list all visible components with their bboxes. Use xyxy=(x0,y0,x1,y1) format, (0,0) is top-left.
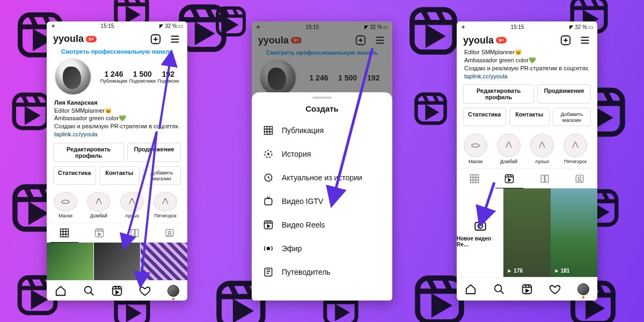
create-button[interactable] xyxy=(150,33,162,45)
username[interactable]: yyoula9+ xyxy=(463,35,507,46)
stats-button[interactable]: Статистика xyxy=(53,166,96,185)
posts-grid xyxy=(47,243,187,280)
tab-tagged[interactable] xyxy=(152,223,188,243)
stat-followers[interactable]: 1 500 Подписчики xyxy=(129,70,156,84)
menu-reels[interactable]: Видео Reels xyxy=(252,213,392,237)
nav-profile[interactable] xyxy=(167,285,179,297)
post-thumb[interactable] xyxy=(94,243,141,280)
highlight-item[interactable]: Маски xyxy=(53,192,78,218)
nav-profile[interactable] xyxy=(577,283,589,295)
promote-button[interactable]: Продвижение xyxy=(537,84,591,104)
tab-guides[interactable] xyxy=(117,223,152,243)
highlight-item[interactable]: Домбай xyxy=(496,134,521,164)
pro-dashboard-link[interactable]: Смотреть профессиональную панель xyxy=(47,47,187,58)
svg-point-23 xyxy=(84,286,91,293)
highlight-item[interactable]: Реце xyxy=(596,134,597,164)
svg-rect-41 xyxy=(523,284,532,294)
reel-thumb[interactable]: 181 xyxy=(551,188,597,277)
story-icon xyxy=(262,148,274,160)
username[interactable]: yyoula 9+ xyxy=(53,33,97,45)
create-button[interactable] xyxy=(560,34,572,46)
bio-link[interactable]: taplink.cc/yyoula xyxy=(54,130,180,138)
status-time: 15:15 xyxy=(101,23,114,29)
nav-activity[interactable] xyxy=(139,285,151,297)
nav-home[interactable] xyxy=(465,283,477,295)
new-reel-button[interactable]: Новое видео Re… xyxy=(457,188,503,277)
bio-name: Лия Канарская xyxy=(54,99,180,107)
status-bar: ✈︎ 15:15 ◤32 %▭ xyxy=(47,21,187,30)
bio-line: Editor SMMplanner🐱 xyxy=(54,107,180,115)
svg-point-39 xyxy=(478,223,482,228)
profile-avatar[interactable] xyxy=(54,58,92,96)
nav-reels[interactable] xyxy=(111,285,123,297)
post-thumb[interactable] xyxy=(47,243,93,280)
highlight-item[interactable]: Маски xyxy=(463,134,488,164)
tab-guides[interactable] xyxy=(527,169,562,188)
addshop-button[interactable]: Добавить магазин xyxy=(553,108,591,126)
reels-grid: Новое видео Re… 176 181 xyxy=(457,188,597,277)
post-thumb[interactable] xyxy=(141,243,187,280)
tab-reels[interactable] xyxy=(82,223,118,243)
status-bar: ✈︎ 15:15 ◤32 %▭ xyxy=(457,21,597,31)
svg-rect-26 xyxy=(265,127,273,135)
edit-profile-button[interactable]: Редактировать профиль xyxy=(53,143,124,162)
stat-posts[interactable]: 1 246 Публикации xyxy=(100,70,127,84)
highlight-item[interactable]: Реце xyxy=(186,192,187,218)
bio-line: Создаю и реализую PR-стратегии в соцсетя… xyxy=(54,122,180,130)
bio-line: Ambassador green color💚 xyxy=(54,114,180,122)
highlight-item[interactable]: Пятигорск xyxy=(153,192,178,218)
menu-igtv[interactable]: Видео IGTV xyxy=(252,189,392,213)
nav-search[interactable] xyxy=(83,285,95,297)
menu-button[interactable] xyxy=(579,34,591,46)
nav-activity[interactable] xyxy=(549,283,561,295)
highlight-item[interactable]: Архыз xyxy=(120,192,144,218)
menu-button[interactable] xyxy=(169,33,181,45)
stat-following[interactable]: 192 Подписки xyxy=(157,70,179,84)
bio-link[interactable]: taplink.cc/yyoula xyxy=(464,72,590,80)
highlight-item[interactable]: Пятигорск xyxy=(563,134,588,164)
sheet-handle[interactable] xyxy=(312,97,332,99)
menu-live[interactable]: Эфир xyxy=(252,237,392,260)
menu-guide[interactable]: Путеводитель xyxy=(252,260,392,284)
content-tabs xyxy=(457,169,597,188)
tab-tagged[interactable] xyxy=(562,169,598,188)
screen-create-sheet: ✈︎ 15:15 ◤32 %▭ yyoula9+ Смотреть профес… xyxy=(252,21,392,301)
menu-story[interactable]: История xyxy=(252,142,392,166)
nav-reels[interactable] xyxy=(521,283,533,295)
addshop-button[interactable]: Добавить магазин xyxy=(143,166,181,185)
stats-button[interactable]: Статистика xyxy=(463,108,506,126)
profile-header: yyoula 9+ xyxy=(47,30,187,47)
highlight-item[interactable]: Домбай xyxy=(86,192,111,218)
tab-grid[interactable] xyxy=(47,223,82,243)
views-label: 181 xyxy=(554,268,570,274)
tab-grid[interactable] xyxy=(457,169,492,188)
bio-line: Создаю и реализую PR-стратегии в соцсетя… xyxy=(464,64,590,72)
svg-rect-30 xyxy=(265,221,273,229)
svg-rect-19 xyxy=(60,229,68,237)
contacts-button[interactable]: Контакты xyxy=(99,166,140,185)
edit-profile-button[interactable]: Редактировать профиль xyxy=(463,84,534,104)
notification-badge: 9+ xyxy=(86,36,97,42)
menu-highlight[interactable]: Актуальное из истории xyxy=(252,166,392,189)
contacts-button[interactable]: Контакты xyxy=(509,108,550,126)
igtv-icon xyxy=(262,195,274,207)
highlight-item[interactable]: Архыз xyxy=(530,134,554,164)
notification-badge: 9+ xyxy=(496,37,507,43)
svg-rect-20 xyxy=(96,229,104,237)
bio-line: Ambassador green color💚 xyxy=(464,56,590,64)
svg-rect-34 xyxy=(470,175,478,183)
highlights-row[interactable]: Маски Домбай Архыз Пятигорск Реце xyxy=(457,128,597,166)
svg-rect-32 xyxy=(265,268,272,276)
reel-thumb[interactable]: 176 xyxy=(503,188,550,277)
tab-reels[interactable] xyxy=(492,169,528,188)
grid-icon xyxy=(262,125,274,136)
promote-button[interactable]: Продвижение xyxy=(127,143,181,162)
camera-icon xyxy=(473,218,487,232)
highlights-row[interactable]: Маски Домбай Архыз Пятигорск Реце xyxy=(47,187,187,221)
reels-icon xyxy=(262,219,274,231)
menu-post[interactable]: Публикация xyxy=(252,119,392,142)
screen-profile: ✈︎ 15:15 ◤32 %▭ yyoula 9+ Смотреть профе… xyxy=(47,21,187,301)
nav-home[interactable] xyxy=(55,285,67,297)
nav-search[interactable] xyxy=(493,283,505,295)
highlight-icon xyxy=(262,172,274,184)
